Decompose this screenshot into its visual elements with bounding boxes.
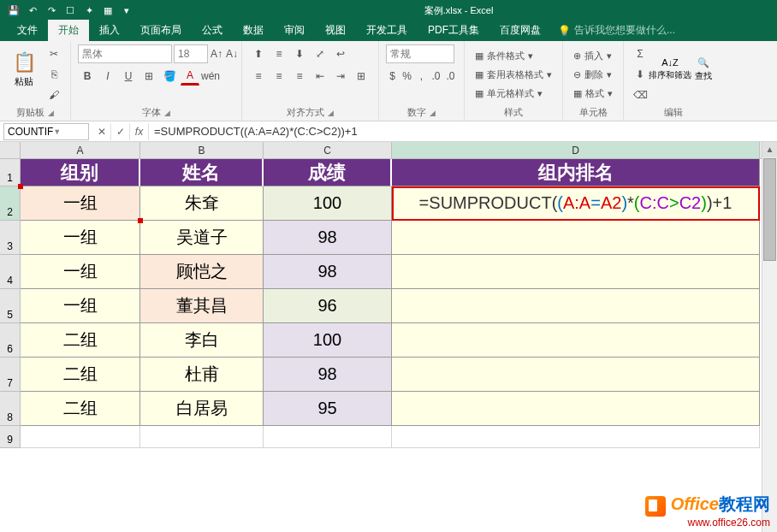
- chevron-down-icon[interactable]: ▼: [53, 127, 85, 136]
- col-header-d[interactable]: D: [392, 142, 760, 158]
- increase-indent-icon[interactable]: ⇥: [331, 67, 350, 86]
- new-icon[interactable]: ✦: [80, 2, 98, 19]
- cell[interactable]: [392, 323, 760, 358]
- format-painter-icon[interactable]: 🖌: [44, 86, 63, 104]
- tab-data[interactable]: 数据: [233, 20, 274, 41]
- delete-cells-button[interactable]: ⊖删除 ▾: [570, 66, 616, 83]
- row-header[interactable]: 8: [0, 392, 21, 426]
- col-header-a[interactable]: A: [21, 142, 140, 158]
- phonetic-icon[interactable]: wén: [201, 67, 220, 86]
- enter-formula-icon[interactable]: ✓: [111, 123, 130, 140]
- cell[interactable]: 一组: [21, 186, 140, 221]
- insert-function-icon[interactable]: fx: [130, 123, 149, 140]
- print-icon[interactable]: ▦: [99, 2, 116, 19]
- tab-developer[interactable]: 开发工具: [356, 20, 418, 41]
- decrease-decimal-icon[interactable]: .0: [444, 67, 457, 86]
- dialog-launcher-icon[interactable]: ◢: [328, 109, 334, 117]
- cut-icon[interactable]: ✂: [44, 44, 63, 63]
- conditional-format-button[interactable]: ▦条件格式 ▾: [472, 47, 555, 64]
- cell[interactable]: 二组: [21, 392, 140, 426]
- undo-icon[interactable]: ↶: [24, 2, 41, 19]
- border-icon[interactable]: ⊞: [139, 67, 158, 86]
- clear-icon[interactable]: ⌫: [631, 86, 649, 104]
- increase-font-icon[interactable]: A↑: [210, 44, 223, 63]
- cell[interactable]: 98: [264, 358, 392, 392]
- tab-review[interactable]: 审阅: [274, 20, 315, 41]
- cell[interactable]: 李白: [140, 323, 264, 358]
- tab-home[interactable]: 开始: [48, 20, 89, 41]
- name-box[interactable]: COUNTIF ▼: [3, 123, 89, 140]
- cell[interactable]: [392, 426, 760, 448]
- find-button[interactable]: 🔍 查找: [691, 44, 716, 94]
- row-header-9[interactable]: 9: [0, 426, 21, 448]
- table-format-button[interactable]: ▦套用表格格式 ▾: [472, 66, 555, 83]
- accounting-format-icon[interactable]: $: [386, 67, 399, 86]
- row-header[interactable]: 6: [0, 323, 21, 358]
- tab-page-layout[interactable]: 页面布局: [130, 20, 192, 41]
- select-all-corner[interactable]: [0, 142, 21, 158]
- orientation-icon[interactable]: ⤢: [311, 44, 329, 63]
- wrap-text-icon[interactable]: ↩: [331, 44, 350, 63]
- cell[interactable]: 98: [264, 255, 392, 289]
- vertical-scrollbar[interactable]: ▲: [762, 142, 777, 532]
- header-cell-name[interactable]: 姓名: [140, 159, 264, 186]
- row-header[interactable]: 3: [0, 221, 21, 255]
- cell[interactable]: [140, 426, 264, 448]
- dialog-launcher-icon[interactable]: ◢: [48, 109, 54, 117]
- cell[interactable]: [392, 221, 760, 255]
- decrease-indent-icon[interactable]: ⇤: [311, 67, 329, 86]
- cell[interactable]: 一组: [21, 221, 140, 255]
- cell[interactable]: 吴道子: [140, 221, 264, 255]
- cancel-formula-icon[interactable]: ✕: [92, 123, 111, 140]
- dialog-launcher-icon[interactable]: ◢: [164, 109, 170, 117]
- fill-icon[interactable]: ⬇: [631, 65, 649, 84]
- tab-formulas[interactable]: 公式: [192, 20, 233, 41]
- header-cell-rank[interactable]: 组内排名: [392, 159, 760, 186]
- tab-insert[interactable]: 插入: [89, 20, 130, 41]
- row-header[interactable]: 4: [0, 255, 21, 289]
- redo-icon[interactable]: ↷: [43, 2, 60, 19]
- customize-qat-icon[interactable]: ▾: [118, 2, 135, 19]
- scroll-thumb[interactable]: [763, 158, 776, 261]
- scroll-up-icon[interactable]: ▲: [762, 142, 777, 157]
- cell[interactable]: 朱耷: [140, 186, 264, 221]
- decrease-font-icon[interactable]: A↓: [225, 44, 239, 63]
- cell[interactable]: 一组: [21, 289, 140, 323]
- increase-decimal-icon[interactable]: .0: [430, 67, 442, 86]
- cell[interactable]: [392, 255, 760, 289]
- cell[interactable]: 100: [264, 186, 392, 221]
- bold-button[interactable]: B: [78, 67, 97, 86]
- row-header[interactable]: 5: [0, 289, 21, 323]
- align-top-icon[interactable]: ⬆: [249, 44, 268, 63]
- align-center-icon[interactable]: ≡: [270, 67, 288, 86]
- cell[interactable]: 98: [264, 221, 392, 255]
- comma-format-icon[interactable]: ,: [415, 67, 428, 86]
- insert-cells-button[interactable]: ⊕插入 ▾: [570, 47, 616, 64]
- underline-button[interactable]: U: [119, 67, 138, 86]
- font-size-select[interactable]: [174, 44, 208, 63]
- cell[interactable]: 95: [264, 392, 392, 426]
- touch-mode-icon[interactable]: ☐: [62, 2, 79, 19]
- col-header-b[interactable]: B: [140, 142, 264, 158]
- fill-color-icon[interactable]: 🪣: [160, 67, 179, 86]
- cell[interactable]: =SUMPRODUCT((A:A=A2)*(C:C>C2))+1: [392, 186, 760, 221]
- cell[interactable]: [392, 358, 760, 392]
- cell[interactable]: 董其昌: [140, 289, 264, 323]
- cell[interactable]: 96: [264, 289, 392, 323]
- cell-styles-button[interactable]: ▦单元格样式 ▾: [472, 85, 555, 102]
- font-family-select[interactable]: [78, 44, 172, 63]
- cell[interactable]: 二组: [21, 358, 140, 392]
- number-format-select[interactable]: [386, 44, 454, 63]
- format-cells-button[interactable]: ▦格式 ▾: [570, 85, 616, 102]
- cell[interactable]: 杜甫: [140, 358, 264, 392]
- row-header[interactable]: 7: [0, 358, 21, 392]
- align-bottom-icon[interactable]: ⬇: [290, 44, 309, 63]
- dialog-launcher-icon[interactable]: ◢: [430, 109, 436, 117]
- tab-view[interactable]: 视图: [315, 20, 356, 41]
- font-color-icon[interactable]: A: [181, 67, 199, 86]
- merge-cells-icon[interactable]: ⊞: [352, 67, 371, 86]
- save-icon[interactable]: 💾: [5, 2, 22, 19]
- copy-icon[interactable]: ⎘: [44, 65, 63, 84]
- row-header-1[interactable]: 1: [0, 159, 21, 186]
- row-header[interactable]: 2: [0, 186, 21, 221]
